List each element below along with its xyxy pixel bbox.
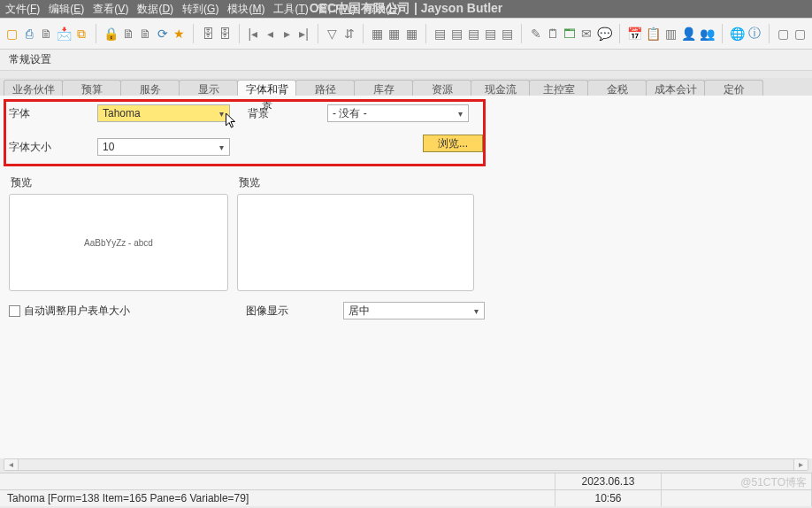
toolbar: ▢ ⎙ 🗎 📩 ⧉ 🔒 🗎 🗎 ⟳ ★ 🗄 🗄 |◂ ◂ ▸ ▸| ▽ ⇵ ▦ … — [0, 18, 812, 50]
tab-service[interactable]: 服务 — [120, 80, 180, 96]
settings-a-icon[interactable]: ▢ — [777, 25, 790, 42]
tool-1-icon[interactable]: ▤ — [433, 25, 446, 42]
status-date: 2023.06.13 — [555, 473, 662, 489]
separator-icon — [239, 24, 240, 43]
mail-icon[interactable]: ✉ — [580, 25, 594, 42]
horizontal-scrollbar[interactable]: ◂ ▸ — [4, 458, 808, 471]
separator-icon — [363, 24, 364, 43]
note-icon[interactable]: 🗒 — [546, 25, 559, 42]
statusbar: 2023.06.13 Tahoma [Form=138 Item=165 Pan… — [0, 473, 812, 508]
auto-resize-label: 自动调整用户表单大小 — [24, 304, 130, 319]
browser-icon[interactable]: 🌐 — [730, 25, 745, 42]
background-combo[interactable]: - 没有 - ▾ — [327, 104, 469, 122]
alerts-icon[interactable]: 📋 — [646, 25, 661, 42]
sort-icon[interactable]: ⇵ — [342, 25, 356, 42]
stamp-icon[interactable]: ★ — [172, 25, 186, 42]
tool-4-icon[interactable]: ▤ — [484, 25, 497, 42]
new-doc-icon[interactable]: ▢ — [5, 25, 19, 42]
watermark: @51CTO博客 — [740, 475, 807, 490]
last-icon[interactable]: ▸| — [297, 25, 310, 42]
browse-button[interactable]: 浏览... — [423, 135, 483, 152]
chevron-down-icon: ▾ — [215, 141, 227, 153]
chevron-down-icon: ▾ — [215, 107, 227, 119]
grid-3-icon[interactable]: ▦ — [404, 25, 417, 42]
image-display-combo[interactable]: 居中 ▾ — [343, 302, 485, 319]
tab-resources[interactable]: 资源 — [412, 80, 471, 96]
grid-1-icon[interactable]: ▦ — [371, 25, 384, 42]
preview-icon[interactable]: 🗎 — [39, 25, 52, 42]
filter-icon[interactable]: ▽ — [326, 25, 339, 42]
menu-view[interactable]: 查看(V) — [93, 2, 128, 17]
font-preview-box: AaBbYyZz - abcd — [9, 194, 228, 291]
copy-icon[interactable]: ⧉ — [75, 25, 88, 42]
file-a-icon[interactable]: 🗄 — [201, 25, 214, 42]
menu-file[interactable]: 文件(F) — [5, 2, 40, 17]
tab-cost-accounting[interactable]: 成本会计 — [646, 80, 705, 96]
status-right-2 — [662, 490, 812, 506]
tab-tax[interactable]: 金税 — [587, 80, 647, 96]
menubar: 文件(F) 编辑(E) 查看(V) 数据(D) 转到(G) 模块(M) 工具(T… — [0, 0, 812, 18]
menu-data[interactable]: 数据(D) — [137, 2, 173, 17]
image-display-value: 居中 — [349, 304, 370, 319]
fontsize-label: 字体大小 — [9, 140, 97, 155]
settings-b-icon[interactable]: ▢ — [793, 25, 807, 42]
grid-2-icon[interactable]: ▦ — [387, 25, 401, 42]
background-preview-box — [237, 194, 474, 291]
panel-header: 常规设置 — [0, 50, 812, 71]
separator-icon — [722, 24, 723, 43]
next-icon[interactable]: ▸ — [280, 25, 294, 42]
prev-icon[interactable]: ◂ — [264, 25, 277, 42]
tab-display[interactable]: 显示 — [179, 80, 238, 96]
chat-icon[interactable]: 💬 — [597, 25, 612, 42]
send-icon[interactable]: 📩 — [57, 25, 72, 42]
preview-label-2: 预览 — [237, 175, 474, 190]
separator-icon — [425, 24, 426, 43]
file-b-icon[interactable]: 🗄 — [218, 25, 231, 42]
doc-1-icon[interactable]: 🗎 — [122, 25, 135, 42]
separator-icon — [193, 24, 194, 43]
tab-strip: 业务伙伴 预算 服务 显示 字体和背景 路径 库存 资源 现金流 主控室 金税 … — [0, 78, 812, 96]
tab-path[interactable]: 路径 — [295, 80, 355, 96]
first-icon[interactable]: |◂ — [246, 25, 259, 42]
user-icon[interactable]: 👤 — [681, 25, 696, 42]
status-empty — [0, 473, 555, 489]
chevron-down-icon: ▾ — [454, 107, 466, 119]
menu-tools[interactable]: 工具(T) — [273, 2, 308, 17]
tab-cashflow[interactable]: 现金流 — [471, 80, 530, 96]
report-icon[interactable]: ▥ — [664, 25, 678, 42]
font-value: Tahoma — [103, 107, 141, 119]
separator-icon — [318, 24, 318, 43]
tab-cockpit[interactable]: 主控室 — [529, 80, 588, 96]
tool-5-icon[interactable]: ▤ — [501, 25, 514, 42]
window-title: OEC中国有限公司 | Jayson Butler — [310, 1, 503, 17]
separator-icon — [521, 24, 522, 43]
doc-2-icon[interactable]: 🗎 — [139, 25, 152, 42]
print-icon[interactable]: ⎙ — [22, 25, 35, 42]
fontsize-value: 10 — [103, 141, 114, 153]
tab-inventory[interactable]: 库存 — [354, 80, 413, 96]
help-icon[interactable]: ⓘ — [748, 25, 762, 42]
tab-business-partner[interactable]: 业务伙伴 — [4, 80, 63, 96]
calendar-icon[interactable]: 📅 — [627, 25, 642, 42]
auto-resize-checkbox[interactable] — [9, 305, 20, 317]
chevron-down-icon: ▾ — [470, 304, 482, 317]
menu-edit[interactable]: 编辑(E) — [49, 2, 84, 17]
tab-budget[interactable]: 预算 — [62, 80, 121, 96]
users-icon[interactable]: 👥 — [700, 25, 715, 42]
tab-font-background[interactable]: 字体和背景 — [237, 80, 296, 96]
tool-2-icon[interactable]: ▤ — [450, 25, 463, 42]
refresh-icon[interactable]: ⟳ — [156, 25, 169, 42]
sheet-icon[interactable]: 🗔 — [563, 25, 577, 42]
menu-module[interactable]: 模块(M) — [227, 2, 264, 17]
tab-pricing[interactable]: 定价 — [704, 80, 763, 96]
tool-3-icon[interactable]: ▤ — [467, 25, 480, 42]
scroll-left-icon[interactable]: ◂ — [4, 459, 19, 470]
pencil-icon[interactable]: ✎ — [529, 25, 542, 42]
fontsize-combo[interactable]: 10 ▾ — [97, 138, 230, 156]
image-display-label: 图像显示 — [246, 304, 334, 319]
font-combo[interactable]: Tahoma ▾ — [97, 104, 230, 122]
lock-icon[interactable]: 🔒 — [103, 25, 119, 42]
scroll-right-icon[interactable]: ▸ — [793, 459, 808, 470]
menu-goto[interactable]: 转到(G) — [182, 2, 218, 17]
tab-content: 字体 Tahoma ▾ 背景 - 没有 - ▾ 浏览... 字体大小 — [0, 96, 812, 458]
